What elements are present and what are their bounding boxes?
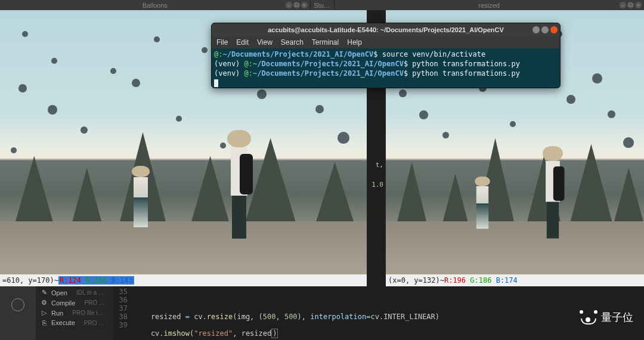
window-titlebar-balloons[interactable]: Balloons – ☐ × (0, 0, 311, 10)
window-titlebar-resized[interactable]: resized – ☐ × (335, 0, 645, 10)
window-titlebar-mid[interactable]: Stu… (311, 0, 335, 10)
status-bar-left: =610, y=170) ~ R:124 G:156 B:143 (0, 274, 368, 286)
person-man (543, 146, 563, 237)
menu-file[interactable]: File (216, 38, 228, 47)
terminal-window[interactable]: accubits@accubits-Latitude-E5440: ~/Docu… (211, 23, 561, 88)
close-icon[interactable]: × (301, 2, 308, 8)
account-icon[interactable] (11, 298, 24, 311)
menu-edit[interactable]: Edit (236, 38, 249, 47)
window-title: Stu… (314, 2, 330, 9)
gear-icon: ⚙ (41, 299, 48, 307)
maximize-icon[interactable]: ☐ (293, 2, 300, 8)
window-title: resized (479, 2, 500, 9)
cmd-compile[interactable]: ⚙Compile PRO … (36, 298, 113, 308)
open-icon: ✎ (41, 289, 48, 296)
watermark: 量子位 (580, 310, 633, 324)
cmd-execute[interactable]: ⎘Execute PRO … (36, 318, 113, 327)
line-gutter: 35 36 37 38 39 (113, 286, 131, 340)
minimize-icon[interactable]: – (286, 2, 292, 8)
terminal-menubar: File Edit View Search Terminal Help (212, 36, 560, 48)
close-icon[interactable] (550, 26, 558, 33)
play-icon: ▷ (41, 309, 48, 317)
person-woman (132, 166, 150, 237)
menu-terminal[interactable]: Terminal (312, 38, 339, 47)
terminal-title: accubits@accubits-Latitude-E5440: ~/Docu… (268, 26, 504, 33)
code-area[interactable]: resized = cv.resize(img, (500, 500), int… (131, 286, 644, 340)
cmd-run[interactable]: ▷Run PRO file i… (36, 308, 113, 318)
status-bar-right: (x=0, y=132) ~ R:196 G:186 B:174 (386, 274, 644, 286)
maximize-icon[interactable]: ☐ (627, 2, 634, 8)
minimize-icon[interactable]: – (620, 2, 626, 8)
sidebar-commands: ✎Open IDL in a … ⚙Compile PRO … ▷Run PRO… (36, 286, 113, 340)
menu-help[interactable]: Help (347, 38, 362, 47)
window-title: Balloons (143, 2, 168, 9)
person-man (227, 130, 251, 237)
maximize-icon[interactable] (541, 26, 549, 33)
watermark-text: 量子位 (601, 310, 633, 324)
menu-search[interactable]: Search (281, 38, 304, 47)
watermark-icon (580, 310, 597, 324)
code-editor: ✎Open IDL in a … ⚙Compile PRO … ▷Run PRO… (0, 286, 644, 340)
execute-icon: ⎘ (41, 319, 48, 326)
activity-bar[interactable] (0, 286, 36, 340)
terminal-cursor (214, 79, 218, 87)
cmd-open[interactable]: ✎Open IDL in a … (36, 288, 113, 298)
terminal-titlebar[interactable]: accubits@accubits-Latitude-E5440: ~/Docu… (212, 23, 560, 36)
minimize-icon[interactable] (532, 26, 540, 33)
terminal-body[interactable]: @:~/Documents/Projects/2021_AI/OpenCV$ s… (212, 48, 560, 88)
menu-view[interactable]: View (257, 38, 273, 47)
person-woman (475, 177, 490, 237)
close-icon[interactable]: × (635, 2, 642, 8)
